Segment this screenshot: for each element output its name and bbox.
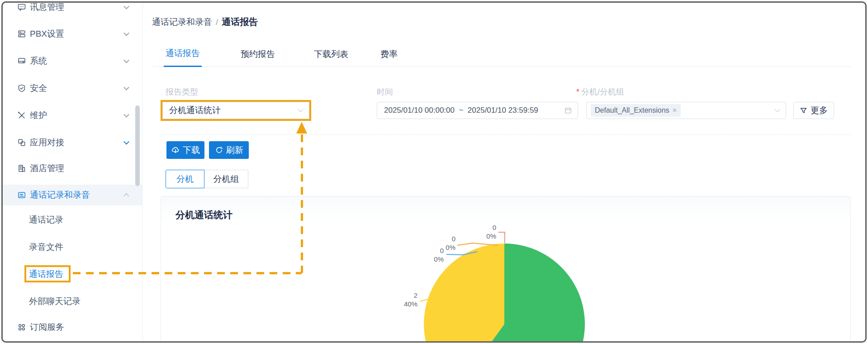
sidebar-item-PBX设置[interactable]: PBX设置 [3, 24, 143, 44]
section-divider [161, 134, 851, 135]
chevron-down-icon [123, 85, 129, 91]
tab-预约报告[interactable]: 预约报告 [239, 41, 277, 67]
time-label: 时间 [377, 86, 393, 97]
chevron-down-icon [123, 139, 129, 145]
sidebar-scrollbar[interactable] [135, 105, 140, 186]
extension-tag: Default_All_Extensions × [591, 104, 681, 117]
sidebar-item-维护[interactable]: 维护 [3, 105, 143, 126]
filter-funnel-icon [800, 107, 807, 115]
annotation-dashed-line-horizontal [73, 272, 302, 274]
sidebar-item-label: 通话报告 [29, 268, 63, 280]
toggle-extension-group[interactable]: 分机组 [204, 170, 248, 188]
annotation-arrow-head [296, 122, 307, 134]
sidebar-item-通话记录[interactable]: 通话记录 [3, 210, 143, 230]
download-button[interactable]: 下载 [166, 141, 204, 159]
sidebar-item-label: PBX设置 [30, 28, 64, 40]
chat-icon [17, 3, 26, 12]
callout-value: 0 [452, 235, 455, 243]
pie-chart[interactable]: 0 0% 0 0% 0 0% 2 40% [161, 196, 851, 343]
sidebar-item-通话报告[interactable]: 通话报告 [3, 264, 143, 285]
sidebar-item-label: 酒店管理 [30, 162, 64, 174]
shield-icon [17, 84, 26, 93]
report-type-value: 分机通话统计 [169, 105, 221, 116]
sidebar-item-label: 安全 [30, 82, 47, 94]
report-type-label: 报告类型 [166, 86, 198, 97]
chevron-up-icon [123, 193, 129, 199]
sidebar-item-label: 外部聊天记录 [29, 296, 81, 307]
callout-percent: 0% [434, 255, 444, 263]
chart-title: 分机通话统计 [175, 209, 232, 221]
apps-icon [17, 138, 26, 147]
callout-percent: 40% [404, 300, 417, 308]
callout-line-yellow [420, 299, 428, 301]
cloud-download-icon [171, 146, 180, 155]
sidebar-item-label: 通话记录和录音 [30, 189, 90, 201]
sidebar-item-外部聊天记录[interactable]: 外部聊天记录 [3, 291, 143, 312]
sidebar-item-系统[interactable]: 系统 [3, 51, 143, 72]
toggle-extension[interactable]: 分机 [166, 170, 204, 188]
sidebar-item-label: 维护 [30, 110, 47, 121]
time-range-value: 2025/01/10 00:00:00 ~ 2025/01/10 23:59:5… [384, 106, 538, 115]
breadcrumb: 通话记录和录音/通话报告 [152, 16, 258, 28]
sidebar-item-label: 通话记录 [29, 214, 63, 226]
server-icon [17, 29, 26, 38]
breadcrumb-parent[interactable]: 通话记录和录音 [152, 17, 212, 27]
extension-multiselect[interactable]: Default_All_Extensions × [586, 102, 786, 119]
extension-label: *分机/分机组 [576, 86, 624, 97]
tools-icon [17, 111, 26, 120]
chevron-down-icon [123, 57, 129, 63]
monitor-icon [17, 57, 26, 66]
sidebar-item-酒店管理[interactable]: 酒店管理 [3, 158, 143, 179]
sidebar-item-label: 录音文件 [29, 241, 63, 253]
calendar-icon [564, 106, 572, 115]
building-icon [17, 164, 26, 173]
annotation-dashed-line-vertical [301, 134, 303, 273]
sidebar-item-应用对接[interactable]: 应用对接 [3, 132, 143, 153]
callout-percent: 0% [446, 244, 455, 251]
refresh-button[interactable]: 刷新 [209, 141, 249, 159]
tag-remove-icon[interactable]: × [673, 106, 677, 115]
page: 讯息管理PBX设置系统安全维护应用对接酒店管理通话记录和录音通话记录录音文件通话… [0, 0, 868, 344]
more-filters-button[interactable]: 更多 [793, 102, 834, 119]
page-title: 通话报告 [222, 17, 258, 27]
sidebar-item-订阅服务[interactable]: 订阅服务 [3, 317, 143, 338]
grid-icon [17, 323, 26, 332]
sidebar-item-通话记录和录音[interactable]: 通话记录和录音 [3, 185, 143, 205]
chevron-down-icon [123, 4, 129, 10]
sidebar-item-label: 讯息管理 [30, 1, 64, 13]
required-asterisk: * [576, 87, 579, 96]
chevron-down-icon [774, 106, 780, 112]
tab-bar: 通话报告预约报告下载列表费率 [152, 41, 851, 67]
app-window: 讯息管理PBX设置系统安全维护应用对接酒店管理通话记录和录音通话记录录音文件通话… [1, 1, 867, 343]
tab-费率[interactable]: 费率 [379, 41, 399, 67]
record-icon [17, 191, 26, 200]
callout-line-orange [457, 243, 498, 245]
callout-value: 0 [440, 247, 444, 254]
callout-value: 2 [414, 291, 417, 299]
callout-line-red [498, 232, 505, 243]
sidebar-item-安全[interactable]: 安全 [3, 78, 143, 99]
chevron-down-icon [298, 106, 304, 112]
sidebar-item-label: 系统 [30, 55, 47, 67]
tab-下载列表[interactable]: 下载列表 [312, 41, 350, 67]
view-toggle: 分机 分机组 [166, 170, 248, 188]
sidebar-item-label: 应用对接 [30, 137, 64, 148]
callout-percent: 0% [486, 232, 496, 240]
report-type-select[interactable]: 分机通话统计 [162, 102, 309, 119]
chevron-down-icon [123, 30, 129, 36]
sidebar: 讯息管理PBX设置系统安全维护应用对接酒店管理通话记录和录音通话记录录音文件通话… [3, 1, 143, 343]
sidebar-item-讯息管理[interactable]: 讯息管理 [3, 1, 143, 18]
time-range-input[interactable]: 2025/01/10 00:00:00 ~ 2025/01/10 23:59:5… [377, 102, 578, 119]
callout-value: 0 [493, 224, 496, 231]
tab-通话报告[interactable]: 通话报告 [164, 41, 202, 67]
sidebar-item-label: 订阅服务 [30, 321, 64, 333]
sidebar-item-录音文件[interactable]: 录音文件 [3, 237, 143, 258]
refresh-icon [215, 146, 223, 154]
chevron-down-icon [123, 112, 129, 118]
breadcrumb-separator: / [216, 17, 218, 27]
